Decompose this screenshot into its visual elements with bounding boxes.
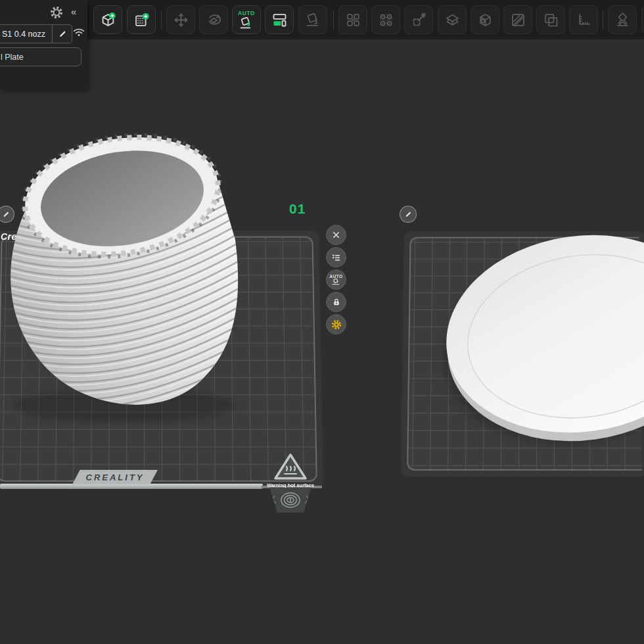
measure-icon: [575, 11, 593, 29]
lay-on-face-button[interactable]: [298, 5, 327, 34]
close-icon: [331, 230, 341, 240]
toolbar-overflow-button[interactable]: [641, 5, 644, 34]
auto-arrange-icon: [331, 279, 341, 285]
drill-icon: [476, 11, 494, 29]
plate-action-bar: AUTO: [326, 225, 346, 334]
lock-plate-button[interactable]: [326, 292, 346, 312]
hot-surface-warning-icon: [272, 452, 309, 481]
brand-label: CREALITY: [86, 472, 145, 482]
boolean-icon: [542, 11, 560, 29]
printer-name: S1 0.4 nozz: [0, 30, 52, 39]
boolean-button[interactable]: [536, 5, 565, 34]
clone-layout-button[interactable]: [338, 5, 367, 34]
clone-layout-icon: [344, 11, 362, 29]
pattern-button[interactable]: [371, 5, 400, 34]
plate-1-number: 01: [289, 201, 306, 217]
auto-arrange-plate-button[interactable]: AUTO: [326, 269, 346, 290]
auto-orient-button[interactable]: AUTO: [232, 5, 261, 34]
collapse-panel-button[interactable]: «: [71, 6, 76, 17]
add-model-icon: [99, 11, 117, 29]
model-spiral-vase[interactable]: [0, 128, 263, 424]
arrange-button[interactable]: [265, 5, 294, 34]
wifi-button[interactable]: [72, 26, 85, 39]
add-plate-button[interactable]: [127, 5, 156, 34]
scale-icon: [410, 11, 428, 29]
add-plate-icon: [133, 11, 150, 29]
support-button[interactable]: [438, 5, 467, 34]
plate-1-warning: Warning hot surface: [262, 452, 319, 488]
toolbar-separator: [161, 11, 162, 29]
gear-yellow-icon: [331, 319, 342, 331]
creality-print-window: AUTO: [0, 0, 644, 644]
model-round-tray[interactable]: [421, 227, 644, 453]
chevron-left-double-icon: «: [71, 6, 76, 17]
support-icon: [444, 11, 461, 29]
fingerprint-icon: [271, 490, 310, 510]
toolbar-separator: [333, 11, 334, 29]
printer-panel: « S1 0.4 nozz l Plate: [0, 0, 87, 89]
auto-orient-icon: [238, 16, 255, 29]
edit-printer-button[interactable]: [52, 25, 72, 43]
gear-icon: [49, 5, 64, 20]
arrange-icon: [271, 11, 288, 29]
plate-1-brand-tab: CREALITY: [72, 470, 158, 484]
move-button[interactable]: [166, 5, 195, 34]
plate-1-front-rail: [0, 484, 263, 489]
pencil-icon: [2, 210, 10, 219]
plate-settings-button[interactable]: [326, 314, 346, 334]
rotate-button[interactable]: [199, 5, 228, 34]
plate-type-selector[interactable]: l Plate: [0, 47, 81, 66]
plate-type-label: l Plate: [0, 53, 24, 62]
measure-button[interactable]: [569, 5, 598, 34]
delete-plate-button[interactable]: [326, 225, 346, 245]
wifi-icon: [72, 26, 85, 37]
scale-button[interactable]: [404, 5, 433, 34]
fill-pattern-button[interactable]: [503, 5, 532, 34]
top-toolbar: AUTO: [0, 0, 644, 39]
list-icon: [331, 252, 342, 263]
seam-paint-icon: [614, 11, 632, 29]
printer-selector[interactable]: S1 0.4 nozz: [0, 24, 72, 43]
plate-1-fingerprint-badge: [267, 488, 314, 513]
lock-icon: [331, 297, 342, 308]
warning-text: Warning hot surface: [262, 482, 319, 488]
pattern-icon: [377, 11, 395, 29]
plate-2-edit-button[interactable]: [400, 206, 417, 223]
fill-pattern-icon: [509, 11, 527, 29]
settings-gear-button[interactable]: [49, 5, 64, 22]
plate-list-button[interactable]: [326, 247, 346, 267]
add-model-button[interactable]: [93, 5, 122, 34]
rotate-icon: [205, 11, 223, 29]
pencil-icon: [404, 210, 412, 219]
toolbar-separator: [603, 11, 603, 29]
lay-on-face-icon: [304, 11, 322, 29]
auto-orient-label: AUTO: [238, 11, 255, 16]
drill-button[interactable]: [471, 5, 499, 34]
seam-paint-button[interactable]: [608, 5, 637, 34]
move-icon: [172, 11, 190, 29]
pencil-icon: [58, 30, 67, 39]
